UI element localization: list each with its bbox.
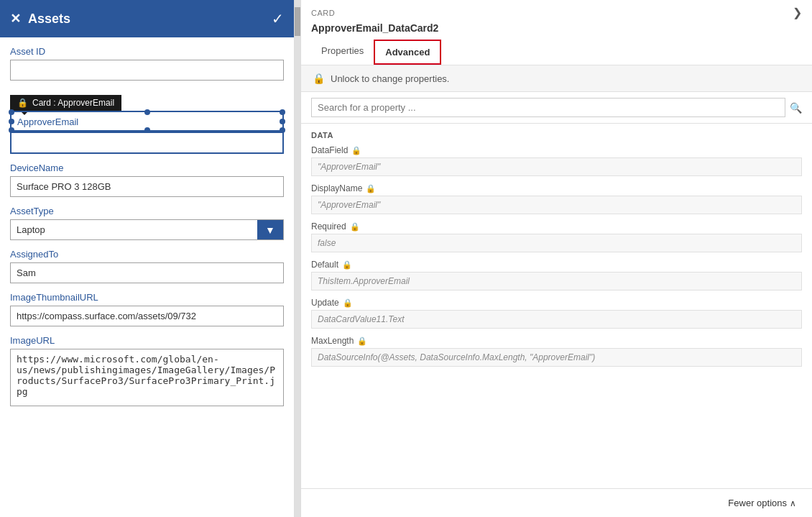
search-bar-wrapper: 🔍	[301, 92, 812, 124]
left-header: ✕ Assets ✓	[0, 0, 294, 37]
tooltip-text: Card : ApproverEmail	[32, 98, 114, 108]
handle-tr	[280, 109, 285, 115]
lock-message: Unlock to change properties.	[331, 73, 449, 84]
lock-icon-tooltip: 🔒	[17, 98, 28, 108]
assigned-to-field-group: AssignedTo	[10, 249, 284, 283]
lock-icon-default: 🔒	[342, 260, 352, 270]
prop-row-maxlength: MaxLength 🔒 DataSourceInfo(@Assets, Data…	[311, 336, 802, 367]
asset-type-field-group: AssetType Laptop ▼	[10, 206, 284, 240]
lock-bar: 🔒 Unlock to change properties.	[301, 65, 812, 92]
fewer-options-button[interactable]: Fewer options ∧	[722, 495, 802, 511]
prop-label-default: Default 🔒	[311, 260, 802, 270]
tab-bar: Properties Advanced	[311, 40, 802, 65]
left-header-title: ✕ Assets	[10, 11, 70, 27]
right-header: CARD ❯ ApproverEmail_DataCard2 Propertie…	[301, 0, 812, 65]
image-url-label: ImageURL	[10, 335, 284, 346]
lock-icon-required: 🔒	[350, 222, 360, 232]
handle-ml	[9, 119, 14, 124]
left-panel: ✕ Assets ✓ Asset ID 🔒 Card : ApproverEma…	[0, 0, 295, 517]
tab-properties[interactable]: Properties	[311, 40, 374, 65]
prop-row-required: Required 🔒 false	[311, 221, 802, 252]
lock-icon-datafield: 🔒	[351, 146, 361, 155]
confirm-button[interactable]: ✓	[272, 10, 284, 27]
asset-type-select-wrapper: Laptop ▼	[10, 219, 284, 240]
card-name: ApproverEmail_DataCard2	[311, 22, 802, 34]
approver-email-input[interactable]: jason.smith@contoso.com	[10, 132, 284, 154]
asset-type-dropdown-button[interactable]: ▼	[257, 220, 283, 239]
right-header-top: CARD ❯	[311, 6, 802, 19]
handle-br	[280, 127, 285, 133]
handle-tm	[144, 109, 150, 115]
property-search-input[interactable]	[311, 98, 785, 117]
device-name-input[interactable]	[10, 176, 284, 197]
prop-label-datafield: DataField 🔒	[311, 145, 802, 155]
image-thumbnail-url-field-group: ImageThumbnailURL	[10, 292, 284, 326]
device-name-label: DeviceName	[10, 163, 284, 173]
panel-title: Assets	[28, 12, 70, 27]
image-thumbnail-url-label: ImageThumbnailURL	[10, 292, 284, 303]
center-scroll-thumb	[295, 7, 300, 36]
close-button[interactable]: ✕	[10, 11, 21, 27]
asset-id-field-group: Asset ID	[10, 46, 284, 81]
prop-value-update: DataCardValue11.Text	[311, 310, 802, 329]
approver-email-tooltip: 🔒 Card : ApproverEmail	[10, 95, 121, 111]
lock-icon-maxlength: 🔒	[357, 337, 367, 346]
approver-email-wrapper: ApproverEmail	[10, 111, 284, 132]
chevron-up-icon: ∧	[790, 498, 796, 508]
handle-mr	[280, 119, 285, 124]
center-scrollbar[interactable]	[295, 0, 300, 517]
image-url-textarea[interactable]: https://www.microsoft.com/global/en-us/n…	[10, 349, 284, 406]
search-icon[interactable]: 🔍	[790, 102, 802, 114]
props-content: DATA DataField 🔒 "ApproverEmail" Display…	[301, 124, 812, 488]
prop-row-datafield: DataField 🔒 "ApproverEmail"	[311, 145, 802, 176]
assigned-to-label: AssignedTo	[10, 249, 284, 260]
asset-type-label: AssetType	[10, 206, 284, 216]
prop-value-datafield: "ApproverEmail"	[311, 157, 802, 176]
image-thumbnail-url-input[interactable]	[10, 306, 284, 326]
image-url-field-group: ImageURL https://www.microsoft.com/globa…	[10, 335, 284, 408]
lock-icon: 🔒	[313, 73, 325, 84]
prop-row-update: Update 🔒 DataCardValue11.Text	[311, 298, 802, 329]
prop-label-required: Required 🔒	[311, 221, 802, 232]
prop-value-maxlength: DataSourceInfo(@Assets, DataSourceInfo.M…	[311, 348, 802, 367]
lock-icon-update: 🔒	[343, 298, 353, 308]
device-name-field-group: DeviceName	[10, 163, 284, 197]
prop-value-default: ThisItem.ApproverEmail	[311, 272, 802, 290]
approver-email-field-group: 🔒 Card : ApproverEmail ApproverEmail jas…	[10, 89, 284, 154]
prop-label-maxlength: MaxLength 🔒	[311, 336, 802, 346]
card-label: CARD	[311, 9, 335, 17]
right-footer: Fewer options ∧	[301, 488, 812, 517]
fewer-options-label: Fewer options	[728, 498, 787, 508]
prop-label-displayname: DisplayName 🔒	[311, 183, 802, 193]
expand-button[interactable]: ❯	[793, 6, 802, 19]
handle-bl	[9, 127, 14, 133]
prop-label-update: Update 🔒	[311, 298, 802, 308]
section-header-data: DATA	[311, 131, 802, 139]
handle-tl	[9, 109, 14, 115]
assigned-to-input[interactable]	[10, 262, 284, 283]
asset-type-value: Laptop	[11, 220, 257, 239]
right-content: 🔒 Unlock to change properties. 🔍 DATA Da…	[301, 65, 812, 488]
tab-advanced[interactable]: Advanced	[374, 40, 441, 65]
left-content: Asset ID 🔒 Card : ApproverEmail Approver…	[0, 37, 294, 517]
prop-row-displayname: DisplayName 🔒 "ApproverEmail"	[311, 183, 802, 214]
prop-value-required: false	[311, 234, 802, 252]
right-panel: CARD ❯ ApproverEmail_DataCard2 Propertie…	[300, 0, 812, 517]
lock-icon-displayname: 🔒	[366, 184, 376, 193]
prop-row-default: Default 🔒 ThisItem.ApproverEmail	[311, 260, 802, 290]
asset-id-label: Asset ID	[10, 46, 284, 57]
asset-id-input[interactable]	[10, 60, 284, 81]
handle-bm	[144, 127, 150, 133]
prop-value-displayname: "ApproverEmail"	[311, 196, 802, 214]
